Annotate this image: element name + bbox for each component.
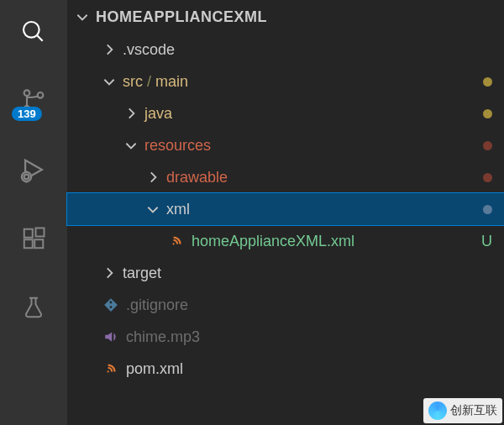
tree-row[interactable]: java <box>67 97 504 129</box>
tree-item-label: xml <box>161 201 483 218</box>
file-git-icon <box>101 297 121 312</box>
tree-row[interactable]: resources <box>67 129 504 161</box>
file-audio-icon <box>101 329 121 344</box>
source-control-badge: 139 <box>12 107 42 121</box>
git-status-letter: U <box>481 233 492 250</box>
test-beaker-icon <box>21 295 46 320</box>
activity-run-debug[interactable] <box>18 155 49 185</box>
tree-item-label: target <box>118 265 492 282</box>
tree-row[interactable]: xml <box>67 193 504 225</box>
file-tree: .vscodesrc / mainjavaresourcesdrawablexm… <box>67 34 504 385</box>
chevron-right-icon <box>123 106 139 121</box>
chevron-right-icon <box>101 265 118 281</box>
svg-rect-9 <box>34 239 43 248</box>
activity-bar: 139 <box>0 0 67 425</box>
tree-row[interactable]: target <box>67 257 504 289</box>
file-xml-icon <box>101 361 121 376</box>
git-status-dot <box>483 77 492 87</box>
git-status-dot <box>483 173 492 182</box>
svg-rect-8 <box>24 239 33 248</box>
file-xml-icon <box>166 233 186 249</box>
git-status-dot <box>483 109 492 118</box>
tree-row[interactable]: .vscode <box>67 34 504 66</box>
tree-row[interactable]: pom.xml <box>67 353 504 385</box>
git-status-dot <box>483 205 492 214</box>
svg-rect-7 <box>24 229 33 238</box>
tree-item-label: homeApplianceXML.xml <box>186 233 481 250</box>
tree-row[interactable]: .gitignore <box>67 289 504 321</box>
watermark-logo-icon <box>428 401 447 420</box>
section-title: HOMEAPPLIANCEXML <box>96 8 267 26</box>
explorer-panel: HOMEAPPLIANCEXML .vscodesrc / mainjavare… <box>67 0 504 425</box>
svg-rect-10 <box>36 228 45 237</box>
search-icon <box>20 18 47 45</box>
activity-extensions[interactable] <box>18 223 49 254</box>
chevron-down-icon <box>144 202 161 217</box>
svg-point-2 <box>24 90 30 96</box>
tree-item-label: src / main <box>118 73 483 91</box>
git-status-dot <box>483 141 492 150</box>
tree-item-label: resources <box>139 137 483 155</box>
folder-section-header[interactable]: HOMEAPPLIANCEXML <box>67 0 504 34</box>
tree-item-label: .gitignore <box>121 296 492 314</box>
activity-search[interactable] <box>18 17 49 47</box>
tree-item-label: java <box>139 105 483 123</box>
tree-item-label: chime.mp3 <box>121 328 492 346</box>
activity-testing[interactable] <box>18 292 49 323</box>
tree-row[interactable]: drawable <box>67 161 504 193</box>
tree-row[interactable]: homeApplianceXML.xmlU <box>67 225 504 257</box>
chevron-down-icon <box>74 9 91 24</box>
tree-row[interactable]: chime.mp3 <box>67 321 504 353</box>
run-debug-icon <box>19 155 48 184</box>
chevron-right-icon <box>144 170 161 185</box>
watermark-text: 创新互联 <box>450 403 497 418</box>
tree-item-label: pom.xml <box>121 360 492 378</box>
tree-item-label: .vscode <box>118 41 492 59</box>
watermark: 创新互联 <box>423 398 502 423</box>
tree-row[interactable]: src / main <box>67 66 504 97</box>
chevron-down-icon <box>123 138 139 153</box>
chevron-down-icon <box>101 74 118 89</box>
chevron-right-icon <box>101 42 118 57</box>
svg-line-1 <box>37 35 43 41</box>
svg-point-0 <box>24 22 39 38</box>
activity-source-control[interactable]: 139 <box>18 86 49 116</box>
extensions-icon <box>21 226 46 251</box>
svg-point-4 <box>38 92 44 98</box>
tree-item-label: drawable <box>161 169 483 186</box>
